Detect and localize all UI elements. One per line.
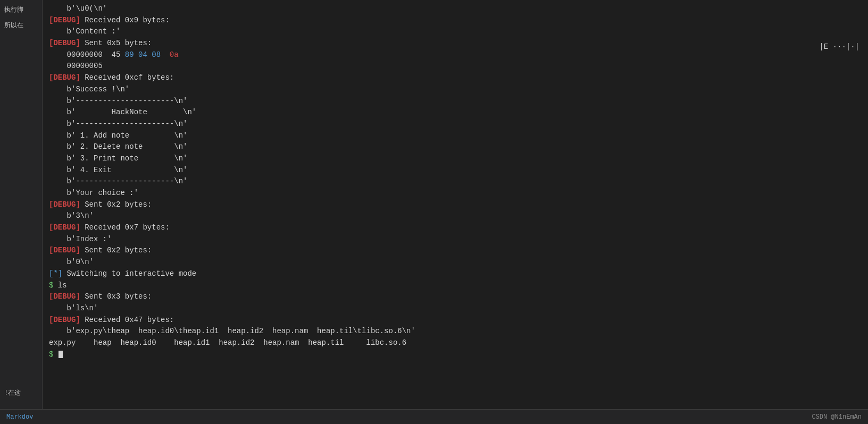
line-14: b' 3. Print note \n' xyxy=(49,153,755,165)
line-8: b'Success !\n' xyxy=(49,84,755,96)
line-28: [DEBUG] Received 0x47 bytes: xyxy=(49,315,755,326)
line-18: [DEBUG] Sent 0x2 bytes: xyxy=(49,199,755,211)
line-13: b' 2. Delete note \n' xyxy=(49,141,755,153)
line-17: b'Your choice :' xyxy=(49,188,755,199)
bottom-right-label: CSDN @N1nEmAn xyxy=(812,413,862,421)
cursor xyxy=(59,351,63,358)
right-indicator: |E ···|·| xyxy=(819,43,859,51)
line-24: [*] Switching to interactive mode xyxy=(49,268,755,280)
line-15: b' 4. Exit \n' xyxy=(49,165,755,176)
sidebar-text-2: 所以在 xyxy=(2,20,40,31)
line-4: [DEBUG] Sent 0x5 bytes: xyxy=(49,38,755,49)
line-23: b'0\n' xyxy=(49,257,755,268)
line-20: [DEBUG] Received 0x7 bytes: xyxy=(49,222,755,234)
bottom-left-label: Markdov xyxy=(6,413,33,421)
sidebar-bottom-text: !在这 xyxy=(2,387,40,398)
line-11: b'----------------------\n' xyxy=(49,118,755,130)
line-30: exp.py heap heap.id0 heap.id1 heap.id2 h… xyxy=(49,337,755,349)
bottom-bar: Markdov CSDN @N1nEmAn xyxy=(0,409,868,424)
line-7: [DEBUG] Received 0xcf bytes: xyxy=(49,72,755,84)
line-25: $ ls xyxy=(49,280,755,292)
line-29: b'exp.py\theap heap.id0\theap.id1 heap.i… xyxy=(49,326,755,337)
line-19: b'3\n' xyxy=(49,210,755,222)
screen: 执行脚 所以在 !在这 b'\u0(\n' [DEBUG] Received 0… xyxy=(0,0,868,424)
line-3: b'Content :' xyxy=(49,26,755,38)
right-panel: |E ···|·| xyxy=(762,0,868,424)
terminal: b'\u0(\n' [DEBUG] Received 0x9 bytes: b'… xyxy=(43,0,762,424)
sidebar: 执行脚 所以在 !在这 xyxy=(0,0,43,424)
line-21: b'Index :' xyxy=(49,234,755,245)
line-31: $ xyxy=(49,349,755,361)
line-2: [DEBUG] Received 0x9 bytes: xyxy=(49,15,755,27)
line-27: b'ls\n' xyxy=(49,303,755,315)
line-22: [DEBUG] Sent 0x2 bytes: xyxy=(49,245,755,257)
line-6: 00000005 xyxy=(49,61,755,72)
line-9: b'----------------------\n' xyxy=(49,96,755,107)
sidebar-text-1: 执行脚 xyxy=(2,4,40,15)
line-10: b' HackNote \n' xyxy=(49,107,755,118)
line-26: [DEBUG] Sent 0x3 bytes: xyxy=(49,291,755,303)
line-16: b'----------------------\n' xyxy=(49,176,755,188)
line-12: b' 1. Add note \n' xyxy=(49,130,755,142)
line-1: b'\u0(\n' xyxy=(49,3,755,15)
line-5: 00000000 45 89 04 08 0a xyxy=(49,49,755,61)
